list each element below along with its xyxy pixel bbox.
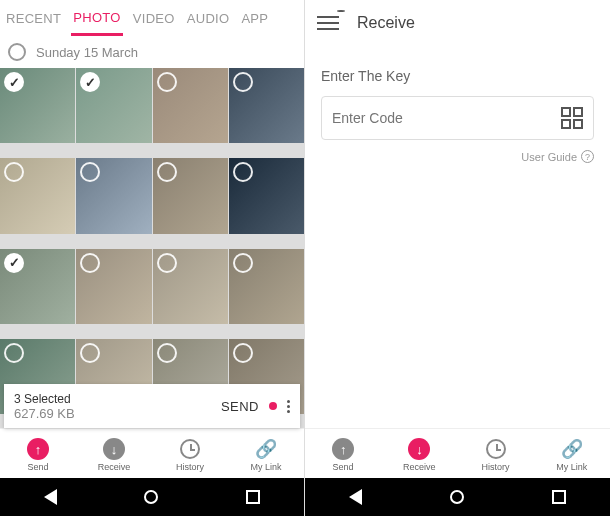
select-circle-icon[interactable] <box>80 162 100 182</box>
history-icon <box>486 439 506 459</box>
nav-label: My Link <box>556 462 587 472</box>
send-button[interactable]: SEND <box>221 399 259 414</box>
select-circle-icon[interactable] <box>233 162 253 182</box>
select-circle-icon[interactable] <box>157 253 177 273</box>
notification-badge-icon <box>337 10 345 12</box>
send-icon <box>27 438 49 460</box>
send-icon <box>332 438 354 460</box>
nav-label: History <box>176 462 204 472</box>
nav-history[interactable]: History <box>152 437 228 472</box>
android-home-icon[interactable] <box>450 490 464 504</box>
nav-send[interactable]: Send <box>305 437 381 472</box>
nav-label: My Link <box>250 462 281 472</box>
select-circle-icon[interactable] <box>80 343 100 363</box>
android-recent-icon[interactable] <box>246 490 260 504</box>
photo-grid <box>0 68 304 428</box>
app-header: Receive <box>305 0 610 46</box>
nav-label: Send <box>333 462 354 472</box>
receive-icon <box>103 438 125 460</box>
select-circle-icon[interactable] <box>157 72 177 92</box>
more-options-icon[interactable] <box>287 400 290 413</box>
photo-thumbnail[interactable] <box>76 249 151 324</box>
select-circle-icon[interactable] <box>4 343 24 363</box>
user-guide-link[interactable]: User Guide ? <box>321 150 594 163</box>
key-input-label: Enter The Key <box>321 68 594 84</box>
send-indicator-icon <box>269 402 277 410</box>
nav-mylink[interactable]: 🔗 My Link <box>228 437 304 472</box>
hamburger-menu-icon[interactable] <box>317 16 339 30</box>
select-circle-icon[interactable] <box>233 343 253 363</box>
guide-label: User Guide <box>521 151 577 163</box>
photo-thumbnail[interactable] <box>229 68 304 143</box>
photo-thumbnail[interactable] <box>0 249 75 324</box>
page-title: Receive <box>357 14 415 32</box>
photo-thumbnail[interactable] <box>153 68 228 143</box>
tab-app[interactable]: APP <box>239 11 270 26</box>
nav-label: History <box>482 462 510 472</box>
android-back-icon[interactable] <box>349 489 362 505</box>
date-label: Sunday 15 March <box>36 45 138 60</box>
link-icon: 🔗 <box>560 437 584 461</box>
nav-label: Receive <box>98 462 131 472</box>
selection-info-bar: 3 Selected 627.69 KB SEND <box>4 384 300 428</box>
receive-icon <box>408 438 430 460</box>
photo-thumbnail[interactable] <box>229 249 304 324</box>
tab-video[interactable]: VIDEO <box>131 11 177 26</box>
photo-thumbnail[interactable] <box>0 158 75 233</box>
nav-send[interactable]: Send <box>0 437 76 472</box>
check-icon[interactable] <box>80 72 100 92</box>
android-back-icon[interactable] <box>44 489 57 505</box>
photo-thumbnail[interactable] <box>229 158 304 233</box>
selected-count: 3 Selected <box>14 392 75 406</box>
android-nav-bar <box>305 478 610 516</box>
link-icon: 🔗 <box>254 437 278 461</box>
code-input[interactable] <box>332 110 561 126</box>
photo-thumbnail[interactable] <box>76 158 151 233</box>
date-header-row[interactable]: Sunday 15 March <box>0 36 304 68</box>
photo-thumbnail[interactable] <box>0 68 75 143</box>
category-tabs: RECENT PHOTO VIDEO AUDIO APP <box>0 0 304 36</box>
selected-size: 627.69 KB <box>14 406 75 421</box>
nav-history[interactable]: History <box>458 437 534 472</box>
check-icon[interactable] <box>4 253 24 273</box>
select-circle-icon[interactable] <box>4 162 24 182</box>
photo-thumbnail[interactable] <box>76 68 151 143</box>
tab-photo[interactable]: PHOTO <box>71 10 123 36</box>
photo-thumbnail[interactable] <box>153 158 228 233</box>
tab-recent[interactable]: RECENT <box>4 11 63 26</box>
code-input-row <box>321 96 594 140</box>
nav-mylink[interactable]: 🔗 My Link <box>534 437 610 472</box>
android-home-icon[interactable] <box>144 490 158 504</box>
photo-thumbnail[interactable] <box>153 249 228 324</box>
android-recent-icon[interactable] <box>552 490 566 504</box>
nav-label: Send <box>27 462 48 472</box>
select-circle-icon[interactable] <box>157 343 177 363</box>
select-circle-icon[interactable] <box>157 162 177 182</box>
history-icon <box>180 439 200 459</box>
nav-receive[interactable]: Receive <box>381 437 457 472</box>
qr-scan-icon[interactable] <box>561 107 583 129</box>
select-all-icon[interactable] <box>8 43 26 61</box>
bottom-navigation: Send Receive History 🔗 My Link <box>0 428 304 478</box>
select-circle-icon[interactable] <box>233 72 253 92</box>
select-circle-icon[interactable] <box>233 253 253 273</box>
android-nav-bar <box>0 478 304 516</box>
tab-audio[interactable]: AUDIO <box>185 11 232 26</box>
help-icon: ? <box>581 150 594 163</box>
nav-label: Receive <box>403 462 436 472</box>
nav-receive[interactable]: Receive <box>76 437 152 472</box>
check-icon[interactable] <box>4 72 24 92</box>
select-circle-icon[interactable] <box>80 253 100 273</box>
bottom-navigation: Send Receive History 🔗 My Link <box>305 428 610 478</box>
